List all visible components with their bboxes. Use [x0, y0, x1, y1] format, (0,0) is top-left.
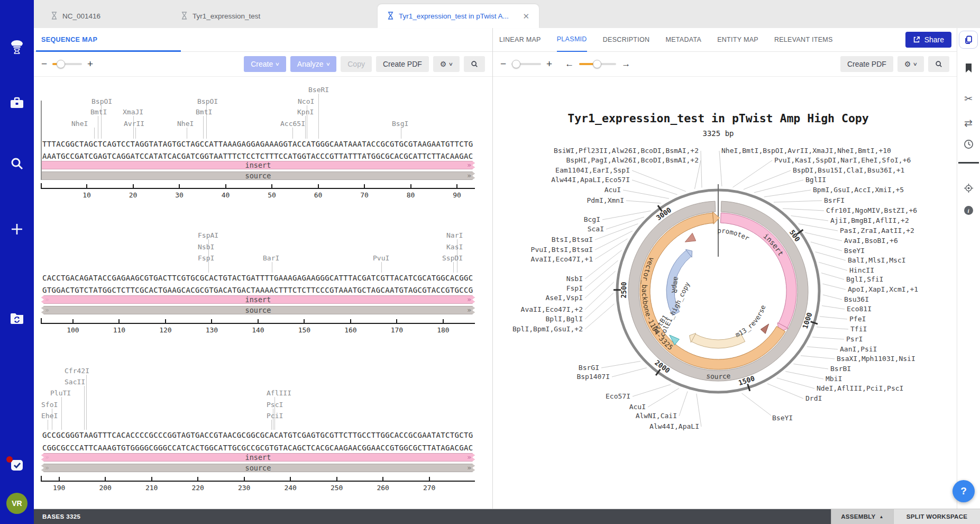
tab-tyr1-expression-test-in-ptwist[interactable]: Tyr1_expression_test in pTwist A... ✕ [378, 4, 539, 28]
enzyme-leader-line [694, 160, 701, 189]
search-nav-icon[interactable] [0, 157, 34, 170]
plasmid-enzyme-label: PfeI [849, 315, 866, 323]
ruler-tick [105, 477, 106, 481]
plasmid-enzyme-label: TfiI [850, 325, 867, 333]
history-clock-icon[interactable] [957, 139, 979, 149]
swap-arrows-icon[interactable]: ⇄ [957, 117, 979, 129]
tab-nc-001416[interactable]: NC_001416 [41, 4, 167, 28]
ruler-tick [244, 477, 245, 481]
copy-pages-button[interactable] [959, 31, 978, 49]
alignments-icon[interactable] [957, 162, 979, 165]
registry-sync-icon[interactable] [0, 312, 34, 325]
search-button[interactable] [464, 56, 485, 72]
plasmid-enzyme-label: HincII [849, 266, 874, 274]
info-icon[interactable]: i [957, 206, 979, 215]
sequence-row-bottom[interactable]: GTGGACTGTCTATGGCTCTTCGCACTGAAGCACGCGTGAC… [42, 286, 476, 294]
sequence-row-top[interactable]: GCCGCGGGTAAGTTTCACACCCCGCCCGGTAGTGACCGTA… [42, 431, 476, 439]
toolbox-icon[interactable] [0, 96, 34, 109]
ruler-tick [429, 477, 430, 481]
ruler-number: 10 [76, 191, 97, 199]
tab-label: NC_001416 [62, 12, 100, 20]
enzyme-site-label: FspAI [198, 231, 218, 239]
source-annotation-band[interactable]: source» [41, 171, 475, 180]
analyze-button[interactable]: Analyze∨ [290, 56, 336, 72]
sequence-row-bottom[interactable]: CGGCGCCCATTCAAAGTGTGGGGCGGGCCATCACTGGCAT… [42, 444, 476, 452]
tab-plasmid[interactable]: PLASMID [557, 28, 587, 52]
close-icon[interactable]: ✕ [523, 12, 529, 20]
enzyme-leader-line [742, 393, 771, 415]
tab-sequence-map[interactable]: SEQUENCE MAP [41, 36, 97, 43]
enzyme-leader-line [744, 170, 791, 189]
app-window: VR NC_001416 Tyr1_expression_test [0, 0, 980, 524]
enzyme-site-tick [135, 128, 136, 139]
source-annotation-band[interactable]: source»» [41, 464, 475, 472]
enzyme-leader-line [648, 389, 679, 407]
assembly-toggle[interactable]: ASSEMBLY▲ [831, 509, 893, 524]
benchling-logo-icon[interactable] [0, 39, 34, 56]
ruler-number: 130 [201, 326, 222, 334]
ruler-number: 120 [155, 326, 176, 334]
target-locate-icon[interactable] [957, 183, 979, 193]
zoom-in-button[interactable]: + [546, 58, 552, 70]
zoom-out-button[interactable]: − [500, 58, 506, 70]
create-pdf-button[interactable]: Create PDF [376, 56, 429, 72]
help-button[interactable]: ? [952, 480, 975, 502]
create-button[interactable]: Create∨ [244, 56, 286, 72]
enzyme-site-tick [98, 116, 98, 139]
plasmid-map-view[interactable]: 50010001500200025003000insertvector_back… [493, 77, 957, 509]
sequence-row-top[interactable]: TTTACGGCTAGCTCAGTCCTAGGTATAGTGCTAGCCATTA… [42, 140, 476, 148]
user-avatar[interactable]: VR [6, 493, 28, 514]
source-annotation-band[interactable]: source»» [41, 306, 475, 314]
enzyme-site-tick [61, 397, 62, 430]
zoom-out-button[interactable]: − [41, 58, 47, 70]
left-panel-header: SEQUENCE MAP [34, 28, 492, 52]
enzyme-leader-line [585, 304, 614, 329]
status-bar: BASES 3325 ASSEMBLY▲ SPLIT WORKSPACE [34, 509, 980, 524]
tab-metadata[interactable]: METADATA [665, 28, 701, 52]
tab-linear-map[interactable]: LINEAR MAP [499, 28, 541, 52]
enzyme-leader-line [585, 250, 622, 279]
tab-relevant-items[interactable]: RELEVANT ITEMS [774, 28, 833, 52]
create-pdf-button[interactable]: Create PDF [840, 56, 893, 72]
search-button[interactable] [928, 56, 949, 72]
rotation-slider[interactable] [579, 63, 616, 65]
enzyme-site-label: BspOI [197, 97, 218, 105]
scissors-icon[interactable]: ✂ [957, 93, 979, 105]
tab-entity-map[interactable]: ENTITY MAP [717, 28, 758, 52]
enzyme-leader-line [817, 327, 848, 329]
share-button[interactable]: Share [905, 32, 951, 48]
split-workspace-toggle[interactable]: SPLIT WORKSPACE [893, 509, 980, 524]
plasmid-enzyme-label: Eco81I [847, 305, 872, 313]
insert-annotation-band[interactable]: insert» [41, 161, 475, 169]
ruler-number: 20 [123, 191, 144, 199]
ruler-number: 150 [294, 326, 315, 334]
ampr-promoter-arrow[interactable] [685, 233, 695, 242]
plasmid-title: Tyr1_expression_test in pTwist Amp High … [567, 112, 869, 125]
sequence-row-top[interactable]: CACCTGACAGATACCGAGAAGCGTGACTTCGTGCGCACTG… [42, 274, 476, 282]
zoom-slider[interactable] [52, 63, 82, 65]
zoom-in-button[interactable]: + [87, 58, 93, 70]
settings-gear-button[interactable]: ⚙∨ [433, 56, 460, 72]
insert-annotation-band[interactable]: insert»» [41, 295, 475, 304]
create-new-icon[interactable] [0, 222, 34, 236]
bookmark-icon[interactable] [957, 63, 979, 73]
rotate-left-button[interactable]: ← [565, 59, 574, 69]
tab-tyr1-expression-test[interactable]: Tyr1_expression_test [171, 4, 346, 28]
tasks-notification-icon[interactable] [0, 458, 34, 472]
m13-reverse-arrow[interactable] [761, 324, 768, 333]
ruler-tick [364, 184, 365, 188]
rotate-right-button[interactable]: → [621, 59, 630, 69]
linear-sequence-view[interactable]: BseRIBspOIBspOINcoIBmtIXmaJIBmtIKpnINheI… [34, 77, 492, 509]
tab-description[interactable]: DESCRIPTION [603, 28, 650, 52]
sequence-row-bottom[interactable]: AAATGCCGATCGAGTCAGGATCCATATCACGATCGGTAAT… [42, 152, 476, 160]
zoom-slider[interactable] [511, 63, 541, 65]
settings-gear-button[interactable]: ⚙∨ [897, 56, 924, 72]
enzyme-site-label: NcoI [298, 97, 314, 105]
insert-annotation-band[interactable]: insert»» [41, 453, 475, 462]
position-tick-label: 2500 [620, 282, 628, 299]
copy-button[interactable]: Copy [341, 56, 372, 72]
ruler-tick [456, 184, 457, 188]
plasmid-enzyme-label: NdeI,AflIII,PciI,PscI [817, 384, 903, 392]
enzyme-leader-line [785, 372, 823, 379]
enzyme-leader-line [801, 356, 835, 359]
